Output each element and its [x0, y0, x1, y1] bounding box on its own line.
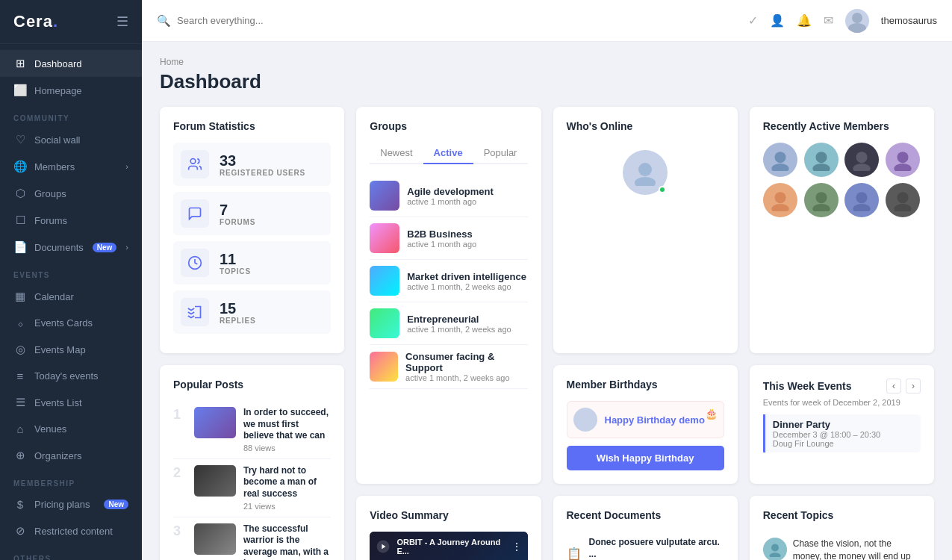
online-avatar-container: [567, 143, 724, 202]
sidebar-item-label: Events Cards: [34, 317, 93, 329]
event-name[interactable]: Dinner Party: [773, 419, 913, 430]
group-name[interactable]: Agile development: [407, 186, 494, 197]
online-status-dot: [659, 186, 666, 193]
sidebar-item-label: Forums: [34, 215, 67, 226]
sidebar-item-restricted-content[interactable]: ⊘ Restricted content: [0, 517, 142, 544]
sidebar-item-members[interactable]: 🌐 Members ›: [0, 153, 142, 180]
member-avatar[interactable]: [804, 143, 839, 177]
search-input[interactable]: [177, 15, 326, 26]
sidebar-item-homepage[interactable]: ⬜ Homepage: [0, 77, 142, 104]
birthday-name[interactable]: Happy Birthday demo: [605, 414, 705, 426]
bell-icon[interactable]: 🔔: [797, 13, 812, 28]
sidebar-item-label: Pricing plans: [34, 499, 90, 510]
doc-name[interactable]: Donec posuere vulputate arcu. ...: [589, 537, 724, 560]
svg-point-24: [771, 544, 779, 552]
active-members-card: Recently Active Members: [750, 107, 934, 353]
video-title: Video Summary: [370, 509, 527, 521]
check-icon[interactable]: ✓: [748, 13, 758, 28]
member-avatar[interactable]: [886, 143, 920, 177]
birthdays-card: Member Birthdays Happy Birthday demo 🎂 W…: [553, 365, 738, 484]
svg-point-18: [856, 192, 868, 203]
sidebar-item-organizers[interactable]: ⊕ Organizers: [0, 442, 142, 469]
forum-stats-card: Forum Statistics 33 REGISTERED USERS 7 F…: [160, 107, 344, 353]
members-grid: [763, 143, 921, 217]
user-icon[interactable]: 👤: [770, 13, 785, 28]
wish-birthday-button[interactable]: Wish Happy Birthday: [567, 446, 724, 470]
post-views: 88 views: [243, 444, 331, 452]
sidebar-item-pricing-plans[interactable]: $ Pricing plans New: [0, 491, 142, 517]
groups-tab-newest[interactable]: Newest: [370, 143, 423, 164]
member-avatar[interactable]: [763, 183, 797, 217]
post-title[interactable]: Try hard not to become a man of real suc…: [243, 465, 331, 500]
sidebar-item-label: Events Map: [34, 344, 86, 355]
post-title[interactable]: In order to succeed, we must first belie…: [243, 407, 331, 442]
sidebar-item-forums[interactable]: ☐ Forums: [0, 207, 142, 234]
sidebar-item-events-list[interactable]: ☰ Events List: [0, 389, 142, 416]
svg-point-9: [812, 164, 830, 171]
sidebar-toggle-icon[interactable]: ☰: [116, 13, 128, 30]
pricing-icon: $: [13, 498, 27, 511]
stat-number: 15: [220, 300, 255, 317]
topbar-username: themosaurus: [881, 15, 937, 26]
events-next-button[interactable]: ›: [906, 379, 921, 393]
recent-docs-card: Recent Documents 📋 Donec posuere vulputa…: [553, 496, 738, 560]
sidebar-item-documents[interactable]: 📄 Documents New ›: [0, 234, 142, 261]
svg-point-5: [635, 177, 656, 186]
search-icon: 🔍: [157, 14, 171, 28]
stat-label: REGISTERED USERS: [220, 169, 305, 177]
group-name[interactable]: Market driven intelligence: [407, 271, 526, 282]
sidebar-item-events-cards[interactable]: ⬦ Events Cards: [0, 310, 142, 336]
new-badge: New: [93, 243, 117, 252]
birthday-avatar: [573, 408, 597, 432]
topic-avatar: [763, 538, 787, 560]
event-time: December 3 @ 18:00 – 20:30: [773, 430, 913, 439]
calendar-icon: ▦: [13, 290, 27, 303]
users-stat-icon: [181, 150, 209, 178]
stat-content: 33 REGISTERED USERS: [220, 152, 305, 177]
events-nav: ‹ ›: [886, 379, 921, 393]
sidebar-item-venues[interactable]: ⌂ Venues: [0, 416, 142, 442]
logo-text: Cera.: [13, 12, 58, 31]
post-content: Try hard not to become a man of real suc…: [243, 465, 331, 511]
post-title[interactable]: The successful warrior is the average ma…: [243, 523, 331, 560]
events-prev-button[interactable]: ‹: [886, 379, 901, 393]
sidebar-section-membership: MEMBERSHIP: [0, 469, 142, 491]
stat-number: 33: [220, 152, 305, 169]
member-avatar[interactable]: [844, 183, 879, 217]
group-activity: active 1 month, 2 weeks ago: [405, 373, 527, 382]
sidebar-item-groups[interactable]: ⬡ Groups: [0, 180, 142, 207]
sidebar-item-dashboard[interactable]: ⊞ Dashboard: [0, 50, 142, 77]
sidebar-item-social-wall[interactable]: ♡ Social wall: [0, 126, 142, 153]
doc-info: Donec posuere vulputate arcu. ... Octobe…: [589, 537, 724, 560]
member-avatar[interactable]: [804, 183, 839, 217]
sidebar-item-events-map[interactable]: ◎ Events Map: [0, 336, 142, 363]
group-name[interactable]: B2B Business: [407, 228, 476, 240]
avatar[interactable]: [845, 9, 869, 33]
groups-tab-popular[interactable]: Popular: [473, 143, 528, 164]
group-name[interactable]: Consumer facing & Support: [405, 351, 527, 373]
events-week-header: This Week Events ‹ ›: [763, 379, 921, 393]
group-name[interactable]: Entrepreneurial: [407, 314, 511, 325]
member-avatar[interactable]: [763, 143, 797, 177]
replies-stat-icon: [181, 298, 209, 326]
main-content: Home Dashboard Forum Statistics 33 REGIS…: [142, 42, 952, 560]
groups-tab-active[interactable]: Active: [423, 143, 473, 164]
today-icon: ≡: [13, 370, 27, 382]
birthday-cake-icon: 🎂: [705, 408, 718, 420]
post-content: In order to succeed, we must first belie…: [243, 407, 331, 452]
stat-label: FORUMS: [220, 218, 255, 226]
member-avatar[interactable]: [886, 183, 920, 217]
sidebar-item-todays-events[interactable]: ≡ Today's events: [0, 363, 142, 389]
video-more-icon[interactable]: ⋮: [511, 541, 522, 553]
group-item: Agile development active 1 month ago: [370, 175, 527, 217]
this-week-events-title: This Week Events: [763, 380, 852, 392]
stat-replies: 15 REPLIES: [173, 290, 331, 334]
this-week-events-card: This Week Events ‹ › Events for week of …: [750, 365, 934, 484]
topic-text[interactable]: Chase the vision, not the money, the mon…: [793, 538, 921, 560]
sidebar-item-calendar[interactable]: ▦ Calendar: [0, 283, 142, 310]
mail-icon[interactable]: ✉: [824, 13, 833, 28]
member-avatar[interactable]: [844, 143, 879, 177]
post-thumbnail: [194, 523, 236, 555]
topbar-right: ✓ 👤 🔔 ✉ themosaurus: [748, 9, 937, 33]
sidebar-item-label: Social wall: [34, 134, 80, 146]
